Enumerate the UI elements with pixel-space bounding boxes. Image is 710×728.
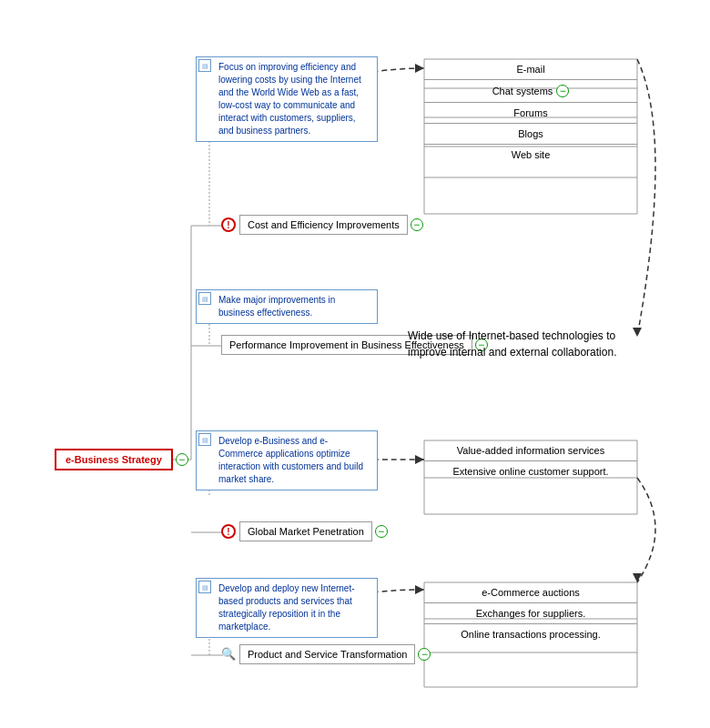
group3-container: e-Commerce auctions Exchanges for suppli… — [424, 582, 637, 644]
mind-map-canvas: e-Business Strategy − ▤ Focus on improvi… — [0, 0, 710, 728]
group3-item-1[interactable]: Exchanges for suppliers. — [424, 603, 637, 624]
product-search-icon: 🔍 — [221, 647, 236, 662]
group1-container: E-mail Chat systems− Forums Blogs Web si… — [424, 59, 637, 165]
cost-collapse-btn[interactable]: − — [411, 218, 423, 231]
collaboration-text: Wide use of Internet-based technologies … — [408, 328, 626, 360]
root-node: e-Business Strategy − — [55, 449, 188, 470]
global-note-icon: ▤ — [198, 433, 211, 446]
cost-branch-node: ! Cost and Efficiency Improvements − — [221, 215, 423, 235]
root-label[interactable]: e-Business Strategy — [55, 449, 173, 470]
group2-container: Value-added information services Extensi… — [424, 440, 637, 481]
cost-note-box: ▤ Focus on improving efficiency and lowe… — [196, 56, 378, 142]
svg-marker-29 — [633, 328, 642, 337]
product-collapse-btn[interactable]: − — [418, 648, 431, 661]
global-note-text: Develop e-Business and e-Commerce applic… — [218, 435, 371, 486]
cost-branch-label[interactable]: Cost and Efficiency Improvements — [239, 215, 408, 235]
svg-marker-31 — [415, 455, 424, 464]
svg-marker-33 — [415, 64, 424, 73]
svg-marker-32 — [415, 585, 424, 594]
svg-marker-30 — [633, 573, 642, 582]
cost-note-icon: ▤ — [198, 59, 211, 72]
product-note-box: ▤ Develop and deploy new Internet-based … — [196, 578, 378, 638]
group1-item-0[interactable]: E-mail — [424, 59, 637, 80]
product-branch-node: 🔍 Product and Service Transformation − — [221, 644, 431, 664]
group1-item-3[interactable]: Blogs — [424, 124, 637, 145]
global-branch-label[interactable]: Global Market Penetration — [239, 521, 372, 541]
perf-note-box: ▤ Make major improvements in business ef… — [196, 289, 378, 324]
perf-note-text: Make major improvements in business effe… — [218, 294, 371, 319]
product-note-icon: ▤ — [198, 581, 211, 593]
group3-item-2[interactable]: Online transactions processing. — [424, 624, 637, 644]
root-collapse-btn[interactable]: − — [176, 453, 188, 466]
group3-item-0[interactable]: e-Commerce auctions — [424, 582, 637, 603]
perf-note-icon: ▤ — [198, 292, 211, 305]
group2-item-0[interactable]: Value-added information services — [424, 440, 637, 461]
group2-item-1[interactable]: Extensive online customer support. — [424, 461, 637, 481]
cost-warn-icon: ! — [221, 217, 236, 232]
group1-item-2[interactable]: Forums — [424, 103, 637, 124]
group1-item-4[interactable]: Web site — [424, 145, 637, 165]
global-note-box: ▤ Develop e-Business and e-Commerce appl… — [196, 430, 378, 490]
chat-minus-btn[interactable]: − — [556, 85, 569, 97]
cost-note-text: Focus on improving efficiency and loweri… — [218, 61, 371, 137]
global-branch-node: ! Global Market Penetration − — [221, 521, 388, 541]
global-collapse-btn[interactable]: − — [375, 525, 388, 538]
product-branch-label[interactable]: Product and Service Transformation — [239, 644, 415, 664]
global-warn-icon: ! — [221, 524, 236, 539]
product-note-text: Develop and deploy new Internet-based pr… — [218, 582, 371, 633]
group1-item-1[interactable]: Chat systems− — [424, 80, 637, 103]
